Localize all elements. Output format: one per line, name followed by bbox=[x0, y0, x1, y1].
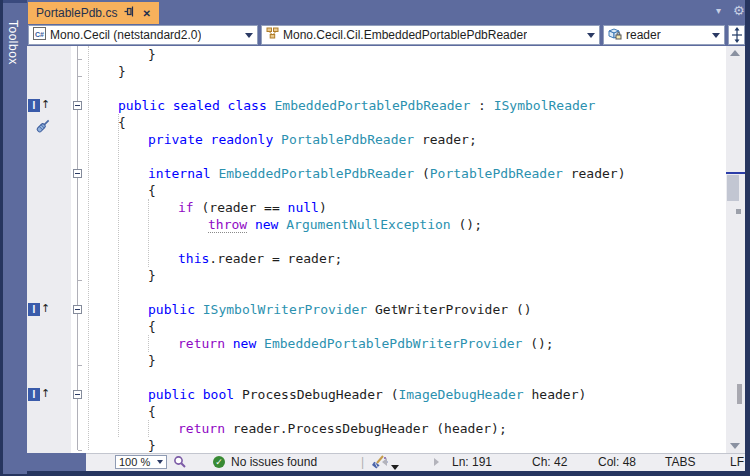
csharp-project-icon: C# bbox=[33, 27, 46, 43]
code-line bbox=[88, 233, 625, 250]
scrollbar-caret-mark bbox=[726, 172, 745, 174]
chevron-down-icon bbox=[712, 33, 720, 38]
pan-zoom-icon[interactable] bbox=[173, 455, 187, 472]
zoom-select[interactable]: 100 % bbox=[115, 455, 167, 469]
reference-glyph-icon[interactable]: I↑ bbox=[28, 388, 56, 401]
toolbox-tab-label[interactable]: Toolbox bbox=[6, 20, 20, 65]
chevron-down-icon bbox=[587, 33, 595, 38]
code-line: private readonly PortablePdbReader reade… bbox=[88, 131, 625, 148]
indent-guide bbox=[148, 335, 149, 352]
code-line: internal EmbeddedPortablePdbReader (Port… bbox=[88, 165, 625, 182]
scrollbar-mark bbox=[737, 384, 742, 404]
vertical-scrollbar[interactable] bbox=[726, 46, 745, 453]
outline-collapse-box[interactable] bbox=[73, 305, 82, 314]
outline-region-tick bbox=[78, 76, 82, 77]
hscroll-right-arrow[interactable] bbox=[434, 458, 439, 466]
status-column-number[interactable]: Col: 48 bbox=[598, 455, 636, 469]
project-dropdown[interactable]: C# Mono.Cecil (netstandard2.0) bbox=[28, 25, 258, 45]
code-line: { bbox=[88, 182, 625, 199]
code-line: } bbox=[88, 63, 625, 80]
check-icon: ✓ bbox=[213, 456, 225, 468]
reference-glyph-letter: I bbox=[28, 303, 40, 316]
toolbox-tab[interactable] bbox=[3, 0, 27, 474]
status-line-ending[interactable]: LF bbox=[730, 455, 744, 469]
status-bar: 100 % ✓ No issues found | Ln: 191 Ch: 42… bbox=[27, 453, 745, 471]
outline-region-tick bbox=[78, 365, 82, 366]
scrollbar-thumb[interactable] bbox=[727, 175, 739, 201]
status-indent-mode[interactable]: TABS bbox=[665, 455, 695, 469]
svg-text:C#: C# bbox=[35, 31, 44, 38]
separator: | bbox=[361, 455, 364, 469]
private-field-icon bbox=[608, 27, 622, 43]
outline-collapse-box[interactable] bbox=[73, 101, 82, 110]
reference-glyph-icon[interactable]: I↑ bbox=[28, 303, 56, 316]
indent-guide bbox=[88, 46, 89, 450]
code-line: this.reader = reader; bbox=[88, 250, 625, 267]
hscroll-left-arrow[interactable] bbox=[382, 458, 387, 466]
code-line: if (reader == null) bbox=[88, 199, 625, 216]
quick-actions-screwdriver-icon[interactable] bbox=[34, 117, 52, 139]
scroll-down-arrow[interactable] bbox=[730, 443, 740, 449]
document-health-message[interactable]: No issues found bbox=[231, 455, 317, 469]
up-arrow-icon: ↑ bbox=[41, 387, 50, 400]
chevron-down-icon[interactable] bbox=[391, 459, 399, 473]
split-window-button[interactable] bbox=[728, 25, 745, 45]
reference-glyph-letter: I bbox=[28, 99, 40, 112]
code-line: { bbox=[88, 318, 625, 335]
reference-glyph-icon[interactable]: I↑ bbox=[28, 99, 56, 112]
chevron-down-icon bbox=[245, 33, 253, 38]
code-line: } bbox=[88, 437, 625, 454]
gear-icon[interactable]: ⚙ bbox=[733, 3, 745, 18]
up-arrow-icon: ↑ bbox=[41, 98, 50, 111]
code-line bbox=[88, 284, 625, 301]
pin-icon[interactable] bbox=[124, 6, 135, 20]
code-line: } bbox=[88, 267, 625, 284]
code-line: } bbox=[88, 352, 625, 369]
document-tab[interactable]: PortablePdb.cs ✕ bbox=[28, 2, 159, 24]
code-line bbox=[88, 80, 625, 97]
up-arrow-icon: ↑ bbox=[41, 302, 50, 315]
window-border-right bbox=[745, 0, 750, 476]
code-line bbox=[88, 148, 625, 165]
code-line: return new EmbeddedPortablePdbWriterProv… bbox=[88, 335, 625, 352]
outline-region-tick bbox=[78, 280, 82, 281]
type-dropdown-value: Mono.Cecil.Cil.EmbeddedPortablePdbReader bbox=[283, 28, 527, 42]
chevron-down-icon bbox=[157, 460, 163, 464]
scroll-up-arrow[interactable] bbox=[730, 50, 740, 56]
indent-guide bbox=[118, 114, 119, 437]
code-line: throw new ArgumentNullException (); bbox=[88, 216, 625, 233]
code-line: { bbox=[88, 403, 625, 420]
member-dropdown[interactable]: reader bbox=[603, 25, 725, 45]
code-line: } bbox=[88, 46, 625, 63]
code-line: { bbox=[88, 114, 625, 131]
close-icon[interactable]: ✕ bbox=[142, 8, 150, 19]
chevron-down-icon[interactable]: ▾ bbox=[716, 5, 721, 16]
code-lines: }}public sealed class EmbeddedPortablePd… bbox=[88, 46, 625, 454]
code-line: public sealed class EmbeddedPortablePdbR… bbox=[88, 97, 625, 114]
code-line: public ISymbolWriterProvider GetWriterPr… bbox=[88, 301, 625, 318]
outline-collapse-box[interactable] bbox=[73, 169, 82, 178]
code-line: public bool ProcessDebugHeader (ImageDeb… bbox=[88, 386, 625, 403]
zoom-level: 100 % bbox=[119, 456, 150, 468]
outline-collapse-box[interactable] bbox=[73, 390, 82, 399]
member-dropdown-value: reader bbox=[626, 28, 661, 42]
status-char-number[interactable]: Ch: 42 bbox=[532, 455, 567, 469]
code-line bbox=[88, 369, 625, 386]
indent-guide bbox=[148, 199, 149, 267]
project-dropdown-value: Mono.Cecil (netstandard2.0) bbox=[50, 28, 201, 42]
reference-glyph-letter: I bbox=[28, 388, 40, 401]
status-corner bbox=[27, 453, 86, 471]
type-dropdown[interactable]: Mono.Cecil.Cil.EmbeddedPortablePdbReader bbox=[261, 25, 600, 45]
code-line: return reader.ProcessDebugHeader (header… bbox=[88, 420, 625, 437]
document-tab-title: PortablePdb.cs bbox=[36, 6, 117, 20]
scrollbar-mark bbox=[736, 209, 741, 214]
class-icon bbox=[266, 27, 279, 43]
indent-guide bbox=[148, 420, 149, 437]
status-line-number[interactable]: Ln: 191 bbox=[452, 455, 492, 469]
outline-region-tick bbox=[78, 450, 82, 451]
outline-region-tick bbox=[78, 59, 82, 60]
